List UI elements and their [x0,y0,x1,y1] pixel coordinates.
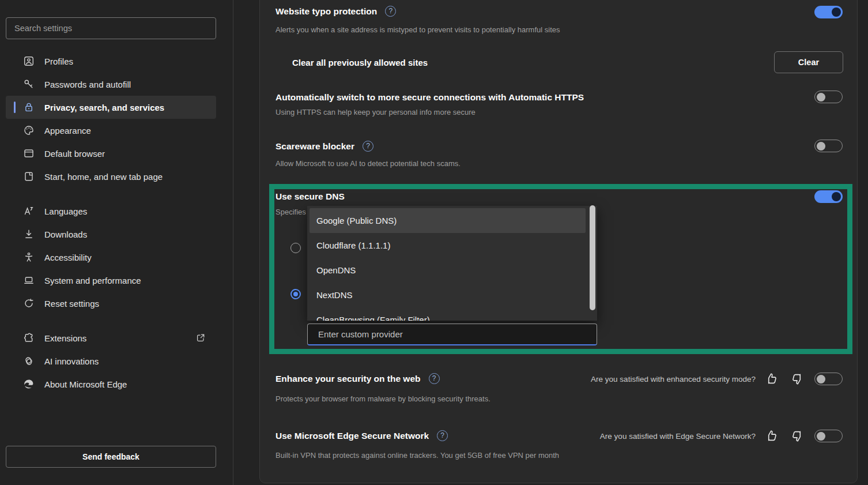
help-icon[interactable]: ? [437,430,448,441]
lock-icon [23,101,35,113]
thumbs-up-icon[interactable] [765,428,780,443]
feedback-question: Are you satisfied with enhanced security… [591,375,756,384]
palette-icon [23,125,35,136]
sidebar-item-passwords[interactable]: Passwords and autofill [6,73,216,96]
sidebar-group-main: Profiles Passwords and autofill Privacy,… [6,50,216,188]
toggle-knob [817,432,825,441]
auto-https-controls [814,91,843,103]
sidebar-item-profiles[interactable]: Profiles [6,50,216,73]
sidebar-item-languages[interactable]: Languages [6,200,216,223]
setting-title: Website typo protection [276,6,377,17]
dns-provider-dropdown: Google (Public DNS) Cloudflare (1.1.1.1)… [307,206,597,321]
external-link-icon [195,333,206,343]
enhanced-security-controls: Are you satisfied with enhanced security… [591,371,843,386]
website-typo-toggle[interactable] [814,6,843,18]
sidebar-item-accessibility[interactable]: Accessibility [6,246,216,269]
toggle-knob [817,375,825,384]
setting-description: Protects your browser from malware by bl… [276,394,490,403]
sidebar-item-label: About Microsoft Edge [44,379,127,389]
dns-provider-radio-selected[interactable] [290,289,301,299]
dropdown-option[interactable]: OpenDNS [307,258,597,283]
secure-network-title-row: Use Microsoft Edge Secure Network ? [276,430,448,441]
clear-allowed-sites-label-row: Clear all previously allowed sites [292,58,428,67]
search-input[interactable] [6,17,216,39]
scareware-title-row: Scareware blocker ? [276,141,373,152]
dropdown-option[interactable]: NextDNS [307,283,597,307]
auto-https-toggle[interactable] [814,91,843,103]
thumbs-down-icon[interactable] [789,371,804,386]
sidebar-item-label: Passwords and autofill [44,80,131,89]
thumbs-up-icon[interactable] [765,371,780,386]
custom-provider-input[interactable] [307,324,597,345]
setting-title: Clear all previously allowed sites [292,58,428,67]
dropdown-scrollbar[interactable] [590,205,595,310]
secure-dns-title-row: Use secure DNS [276,191,345,202]
sidebar-item-privacy[interactable]: Privacy, search, and services [6,96,216,119]
secure-dns-toggle[interactable] [814,190,843,203]
sidebar-group-bottom: Extensions AI innovations About Microsof… [6,326,216,396]
auto-https-title-row: Automatically switch to more secure conn… [276,92,584,103]
sidebar-item-extensions[interactable]: Extensions [6,326,216,349]
setting-title: Enhance your security on the web [276,374,421,384]
setting-description: Using HTTPS can help keep your personal … [276,108,475,116]
secure-network-controls: Are you satisfied with Edge Secure Netwo… [600,428,843,443]
sidebar-item-ai-innovations[interactable]: AI innovations [6,349,216,373]
languages-icon [23,205,35,217]
help-icon[interactable]: ? [385,6,396,17]
key-icon [23,78,35,90]
send-feedback-button[interactable]: Send feedback [6,446,216,468]
sidebar-item-label: Default browser [44,149,105,159]
sidebar-item-label: Extensions [44,333,86,343]
setting-title: Automatically switch to more secure conn… [276,92,584,103]
clear-button[interactable]: Clear [774,51,843,73]
setting-description-clipped: Specifies [276,208,308,216]
profiles-icon [23,55,35,67]
toggle-knob [817,93,825,101]
puzzle-icon [23,332,35,344]
laptop-icon [23,275,35,286]
sidebar-item-appearance[interactable]: Appearance [6,119,216,142]
help-icon[interactable]: ? [429,373,440,384]
edge-settings-page: Profiles Passwords and autofill Privacy,… [0,0,868,485]
download-icon [23,228,35,240]
sidebar-item-label: Accessibility [44,253,92,262]
sidebar-item-default-browser[interactable]: Default browser [6,142,216,165]
accessibility-icon [23,251,35,263]
dropdown-option[interactable]: Cloudflare (1.1.1.1) [307,233,597,258]
sidebar-item-start-home-newtab[interactable]: Start, home, and new tab page [6,165,216,188]
settings-sidebar: Profiles Passwords and autofill Privacy,… [0,0,233,485]
reset-icon [23,298,35,309]
toggle-knob [817,142,825,151]
sidebar-item-label: Downloads [44,230,87,239]
secure-network-toggle[interactable] [814,430,843,442]
browser-window-icon [23,148,35,159]
page-icon [23,171,35,182]
selected-accent-bar [14,101,16,113]
sidebar-item-label: Reset settings [44,299,99,309]
sidebar-item-label: Profiles [44,57,73,66]
sidebar-item-label: Start, home, and new tab page [44,172,163,182]
enhanced-security-title-row: Enhance your security on the web ? [276,373,440,384]
dropdown-option[interactable]: CleanBrowsing (Family Filter) [307,307,597,321]
sidebar-item-reset-settings[interactable]: Reset settings [6,292,216,315]
feedback-question: Are you satisfied with Edge Secure Netwo… [600,432,756,441]
sidebar-item-label: System and performance [44,276,141,285]
enhanced-security-toggle[interactable] [814,373,843,385]
help-icon[interactable]: ? [363,141,373,152]
setting-description: Alerts you when a site address is mistyp… [276,25,560,34]
toggle-knob [832,7,841,17]
setting-description: Allow Microsoft to use AI to detect pote… [276,159,461,168]
scareware-controls [814,140,843,152]
setting-title: Scareware blocker [276,141,354,152]
sidebar-item-downloads[interactable]: Downloads [6,223,216,246]
toggle-knob [832,192,841,201]
scareware-toggle[interactable] [814,140,843,152]
setting-title: Use secure DNS [276,191,345,202]
sidebar-item-about-edge[interactable]: About Microsoft Edge [6,373,216,396]
setting-title: Use Microsoft Edge Secure Network [276,431,429,441]
dropdown-option-highlighted[interactable]: Google (Public DNS) [310,208,586,233]
thumbs-down-icon[interactable] [789,428,804,443]
sidebar-item-system-performance[interactable]: System and performance [6,269,216,292]
dns-provider-radio-unselected[interactable] [290,243,301,253]
setting-description: Built-in VPN that protects against onlin… [276,451,559,460]
